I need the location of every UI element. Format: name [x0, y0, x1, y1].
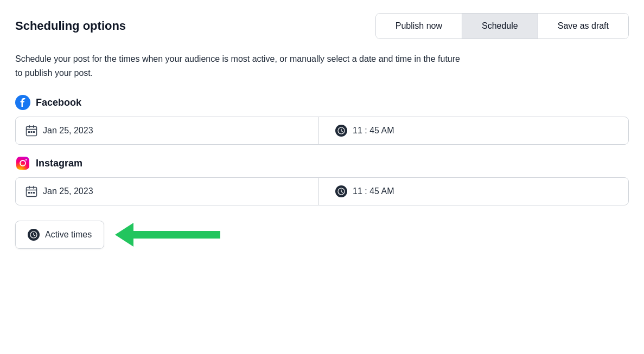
instagram-icon — [15, 156, 30, 171]
svg-rect-2 — [31, 131, 33, 133]
facebook-time-field[interactable]: 11 : 45 AM — [326, 117, 628, 144]
tab-group: Publish now Schedule Save as draft — [375, 13, 629, 39]
description-text: Schedule your post for the times when yo… — [15, 52, 460, 80]
svg-rect-10 — [28, 192, 30, 194]
active-times-clock-icon — [28, 229, 40, 241]
svg-rect-12 — [33, 192, 35, 194]
svg-rect-3 — [33, 131, 35, 133]
facebook-name: Facebook — [36, 97, 81, 108]
facebook-date-field[interactable]: Jan 25, 2023 — [16, 117, 319, 144]
svg-rect-1 — [28, 131, 30, 133]
facebook-date-value: Jan 25, 2023 — [43, 126, 93, 136]
instagram-time-field[interactable]: 11 : 45 AM — [326, 178, 628, 205]
svg-point-8 — [25, 159, 27, 161]
instagram-calendar-icon — [25, 185, 37, 197]
tab-publish-now[interactable]: Publish now — [376, 14, 462, 38]
active-times-button[interactable]: Active times — [15, 221, 104, 249]
facebook-icon — [15, 95, 30, 110]
arrow-body — [133, 231, 220, 239]
facebook-date-time-row: Jan 25, 2023 11 : 45 AM — [15, 117, 629, 145]
active-times-label: Active times — [45, 230, 92, 240]
facebook-clock-icon — [335, 125, 347, 137]
instagram-date-field[interactable]: Jan 25, 2023 — [16, 178, 319, 205]
facebook-time-value: 11 : 45 AM — [353, 126, 394, 136]
page-title: Scheduling options — [15, 19, 126, 33]
instagram-time-value: 11 : 45 AM — [353, 186, 394, 196]
facebook-calendar-icon — [25, 125, 37, 137]
tab-save-draft[interactable]: Save as draft — [538, 14, 628, 38]
instagram-date-time-row: Jan 25, 2023 11 : 45 AM — [15, 177, 629, 205]
facebook-label: Facebook — [15, 95, 629, 110]
instagram-date-value: Jan 25, 2023 — [43, 186, 93, 196]
active-times-section: Active times — [15, 221, 629, 249]
header-row: Scheduling options Publish now Schedule … — [15, 13, 629, 39]
arrow-head — [115, 223, 133, 247]
instagram-name: Instagram — [36, 158, 82, 169]
green-arrow-indicator — [115, 223, 220, 247]
tab-schedule[interactable]: Schedule — [462, 14, 538, 38]
instagram-clock-icon — [335, 185, 347, 197]
svg-rect-11 — [31, 192, 33, 194]
facebook-section: Facebook Jan 25, 2023 11 : 45 AM — [15, 95, 629, 145]
svg-rect-5 — [16, 157, 29, 170]
instagram-section: Instagram Jan 25, 2023 11 : 45 AM — [15, 156, 629, 205]
instagram-label: Instagram — [15, 156, 629, 171]
